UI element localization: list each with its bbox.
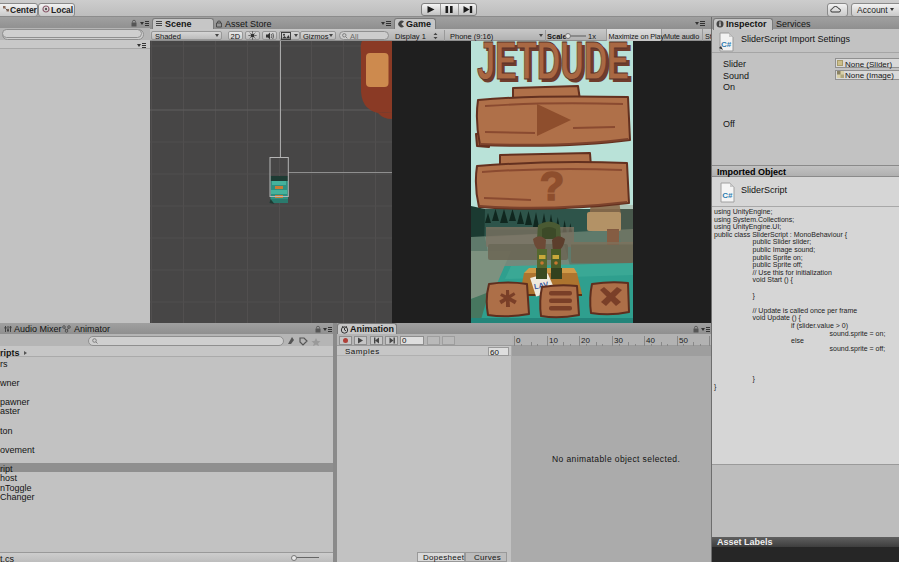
svg-text:30: 30 xyxy=(614,336,623,345)
svg-text:20: 20 xyxy=(581,336,590,345)
svg-text:0: 0 xyxy=(516,336,521,345)
svg-text:40: 40 xyxy=(646,336,655,345)
svg-text:C#: C# xyxy=(721,40,732,49)
svg-text:50: 50 xyxy=(679,336,688,345)
svg-text:?: ? xyxy=(540,164,564,208)
svg-text:JETDUDE: JETDUDE xyxy=(477,41,629,90)
svg-text:C#: C# xyxy=(722,191,733,200)
svg-text:10: 10 xyxy=(549,336,558,345)
